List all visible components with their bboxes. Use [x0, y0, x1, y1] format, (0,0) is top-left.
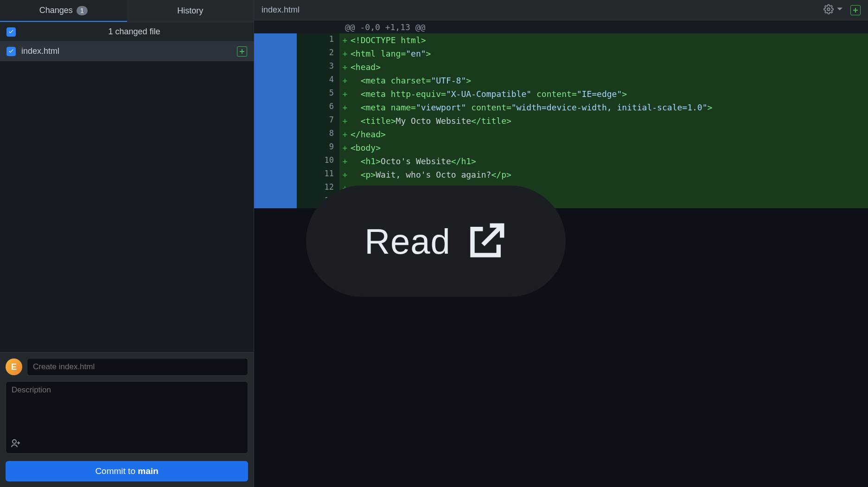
code-text: </head>	[351, 129, 386, 139]
sidebar: Changes 1 History 1 changed file index.h…	[0, 0, 254, 487]
check-icon	[8, 48, 14, 55]
svg-point-0	[13, 440, 16, 443]
diff-marker-add: +	[339, 62, 351, 72]
old-line-gutter	[254, 154, 297, 168]
new-line-number: 2	[297, 47, 339, 60]
chevron-down-icon[interactable]	[836, 6, 843, 14]
commit-description-input[interactable]	[6, 381, 248, 454]
commit-description-wrap	[6, 381, 248, 455]
new-line-number: 10	[297, 154, 339, 168]
line-content: + <meta name="viewport" content="width=d…	[339, 101, 868, 114]
diff-file-header: index.html	[254, 0, 868, 20]
external-link-icon	[466, 220, 507, 262]
gear-icon[interactable]	[823, 4, 834, 16]
sidebar-tabs: Changes 1 History	[0, 0, 254, 22]
diff-line[interactable]: 11+ <p>Wait, who's Octo again?</p>	[254, 168, 868, 181]
line-content: +<!DOCTYPE html>	[339, 33, 868, 47]
code-text: <head>	[351, 62, 381, 72]
diff-line[interactable]: 3+<head>	[254, 60, 868, 74]
line-content: + <meta charset="UTF-8">	[339, 74, 868, 87]
commit-summary-input[interactable]	[27, 358, 248, 376]
add-coauthor-icon[interactable]	[10, 438, 21, 451]
sidebar-spacer	[0, 61, 254, 352]
line-content: + <title>My Octo Website</title>	[339, 114, 868, 128]
old-line-gutter	[254, 33, 297, 47]
file-added-icon	[850, 5, 861, 15]
new-line-number: 1	[297, 33, 339, 47]
diff-line[interactable]: 2+<html lang="en">	[254, 47, 868, 60]
read-label: Read	[364, 221, 451, 262]
old-line-gutter	[254, 141, 297, 154]
diff-marker-add: +	[339, 143, 351, 153]
diff-marker-add: +	[339, 116, 351, 126]
diff-marker-add: +	[339, 129, 351, 139]
commit-summary-row: E	[6, 358, 248, 376]
diff-marker-add: +	[339, 49, 351, 58]
diff-marker-add: +	[339, 89, 351, 99]
tab-history-label: History	[177, 6, 203, 16]
line-content: + <h1>Octo's Website</h1>	[339, 154, 868, 168]
diff-marker-add: +	[339, 103, 351, 112]
old-line-gutter	[254, 60, 297, 74]
diff-marker-add: +	[339, 35, 351, 45]
line-content: +<html lang="en">	[339, 47, 868, 60]
new-line-number: 7	[297, 114, 339, 128]
line-content: +<body>	[339, 141, 868, 154]
header-actions	[823, 4, 861, 16]
code-text: <body>	[351, 143, 381, 153]
code-text: <p>Wait, who's Octo again?</p>	[351, 170, 511, 179]
diff-lines: 1+<!DOCTYPE html>2+<html lang="en">3+<he…	[254, 33, 868, 208]
diff-line[interactable]: 5+ <meta http-equiv="X-UA-Compatible" co…	[254, 87, 868, 101]
commit-button-branch: main	[138, 466, 158, 476]
avatar: E	[6, 359, 22, 375]
file-added-icon	[237, 46, 247, 57]
code-text: <meta http-equiv="X-UA-Compatible" conte…	[351, 89, 627, 99]
diff-line[interactable]: 4+ <meta charset="UTF-8">	[254, 74, 868, 87]
diff-line[interactable]: 1+<!DOCTYPE html>	[254, 33, 868, 47]
file-checkbox[interactable]	[6, 47, 16, 56]
old-line-gutter	[254, 114, 297, 128]
diff-line[interactable]: 8+</head>	[254, 128, 868, 141]
code-text: <!DOCTYPE html>	[351, 35, 426, 45]
changed-file-row[interactable]: index.html	[0, 42, 254, 61]
old-line-gutter	[254, 74, 297, 87]
tab-changes[interactable]: Changes 1	[0, 0, 127, 22]
old-line-gutter	[254, 128, 297, 141]
diff-marker-add: +	[339, 76, 351, 85]
old-line-gutter	[254, 168, 297, 181]
diff-line[interactable]: 6+ <meta name="viewport" content="width=…	[254, 101, 868, 114]
select-all-checkbox[interactable]	[6, 27, 16, 37]
new-line-number: 3	[297, 60, 339, 74]
new-line-number: 5	[297, 87, 339, 101]
diff-marker-add: +	[339, 170, 351, 179]
new-line-number: 11	[297, 168, 339, 181]
diff-line[interactable]: 10+ <h1>Octo's Website</h1>	[254, 154, 868, 168]
new-line-number: 9	[297, 141, 339, 154]
new-line-number: 6	[297, 101, 339, 114]
commit-button-prefix: Commit to	[95, 466, 138, 476]
code-text: <meta name="viewport" content="width=dev…	[351, 103, 712, 112]
new-line-number: 8	[297, 128, 339, 141]
tab-changes-label: Changes	[39, 6, 73, 15]
hunk-text: @@ -0,0 +1,13 @@	[339, 22, 425, 32]
hunk-header: @@ -0,0 +1,13 @@	[254, 20, 868, 33]
read-overlay-button[interactable]: Read	[306, 186, 566, 297]
file-summary-row: 1 changed file	[0, 22, 254, 42]
changed-files-summary: 1 changed file	[21, 27, 247, 37]
diff-line[interactable]: 7+ <title>My Octo Website</title>	[254, 114, 868, 128]
diff-line[interactable]: 9+<body>	[254, 141, 868, 154]
old-line-gutter	[254, 87, 297, 101]
diff-marker-add: +	[339, 156, 351, 166]
code-text: <h1>Octo's Website</h1>	[351, 156, 476, 166]
commit-button[interactable]: Commit to main	[6, 461, 248, 481]
tab-history[interactable]: History	[127, 0, 254, 22]
code-text: <meta charset="UTF-8">	[351, 76, 471, 85]
line-content: + <meta http-equiv="X-UA-Compatible" con…	[339, 87, 868, 101]
changes-count-badge: 1	[77, 6, 88, 15]
old-line-gutter	[254, 181, 297, 195]
code-text: <title>My Octo Website</title>	[351, 116, 511, 126]
old-line-gutter	[254, 47, 297, 60]
line-content: +</head>	[339, 128, 868, 141]
commit-panel: E Commit to main	[0, 352, 254, 487]
line-content: + <p>Wait, who's Octo again?</p>	[339, 168, 868, 181]
